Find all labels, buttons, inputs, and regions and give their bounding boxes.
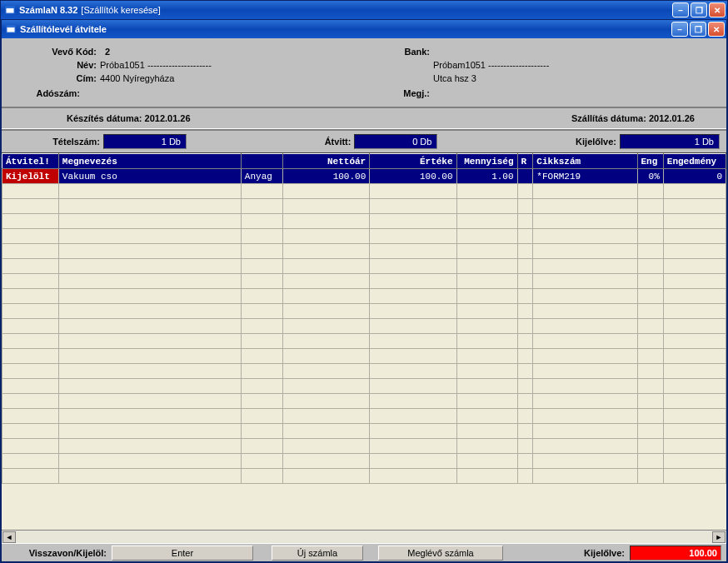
cell-tipus[interactable]: Anyag <box>241 169 282 184</box>
cell-erteke[interactable]: 100.00 <box>370 169 456 184</box>
empty-cell[interactable] <box>517 214 533 229</box>
empty-cell[interactable] <box>517 454 533 469</box>
empty-cell[interactable] <box>58 424 241 439</box>
empty-cell[interactable] <box>370 304 456 319</box>
empty-cell[interactable] <box>2 259 59 274</box>
empty-cell[interactable] <box>2 409 59 424</box>
empty-cell[interactable] <box>58 469 241 484</box>
empty-cell[interactable] <box>2 424 59 439</box>
col-erteke[interactable]: Értéke <box>370 154 456 169</box>
empty-cell[interactable] <box>241 259 282 274</box>
uj-szamla-button[interactable]: Új számla <box>272 546 363 561</box>
empty-cell[interactable] <box>282 454 369 469</box>
table-row[interactable] <box>2 199 726 214</box>
table-row[interactable]: KijelöltVakuum csoAnyag100.00100.001.00*… <box>2 169 726 184</box>
empty-cell[interactable] <box>517 289 533 304</box>
empty-cell[interactable] <box>2 229 59 244</box>
col-r[interactable]: R <box>517 154 533 169</box>
empty-cell[interactable] <box>517 424 533 439</box>
empty-cell[interactable] <box>241 319 282 334</box>
empty-cell[interactable] <box>637 439 663 454</box>
empty-cell[interactable] <box>663 259 726 274</box>
empty-cell[interactable] <box>533 454 637 469</box>
empty-cell[interactable] <box>456 364 517 379</box>
empty-cell[interactable] <box>663 379 726 394</box>
outer-restore-button[interactable]: ❐ <box>691 2 707 17</box>
col-tipus[interactable] <box>241 154 282 169</box>
empty-cell[interactable] <box>663 409 726 424</box>
table-row[interactable] <box>2 334 726 349</box>
empty-cell[interactable] <box>637 424 663 439</box>
empty-cell[interactable] <box>637 304 663 319</box>
empty-cell[interactable] <box>456 469 517 484</box>
empty-cell[interactable] <box>663 184 726 199</box>
inner-minimize-button[interactable]: – <box>671 22 688 37</box>
empty-cell[interactable] <box>637 364 663 379</box>
cell-cikkszam[interactable]: *FORM219 <box>533 169 637 184</box>
empty-cell[interactable] <box>456 424 517 439</box>
empty-cell[interactable] <box>533 319 637 334</box>
empty-cell[interactable] <box>456 454 517 469</box>
empty-cell[interactable] <box>637 409 663 424</box>
empty-cell[interactable] <box>533 394 637 409</box>
empty-cell[interactable] <box>58 379 241 394</box>
empty-cell[interactable] <box>456 349 517 364</box>
empty-cell[interactable] <box>370 394 456 409</box>
empty-cell[interactable] <box>241 439 282 454</box>
empty-cell[interactable] <box>663 469 726 484</box>
empty-cell[interactable] <box>456 334 517 349</box>
empty-cell[interactable] <box>533 379 637 394</box>
empty-cell[interactable] <box>637 334 663 349</box>
empty-cell[interactable] <box>282 229 369 244</box>
outer-close-button[interactable]: ✕ <box>709 2 726 17</box>
inner-close-button[interactable]: ✕ <box>708 22 725 37</box>
empty-cell[interactable] <box>282 469 369 484</box>
empty-cell[interactable] <box>533 349 637 364</box>
empty-cell[interactable] <box>456 394 517 409</box>
empty-cell[interactable] <box>637 274 663 289</box>
empty-cell[interactable] <box>241 349 282 364</box>
empty-cell[interactable] <box>282 349 369 364</box>
empty-cell[interactable] <box>282 304 369 319</box>
empty-cell[interactable] <box>637 184 663 199</box>
empty-cell[interactable] <box>370 349 456 364</box>
table-row[interactable] <box>2 229 726 244</box>
table-row[interactable] <box>2 349 726 364</box>
empty-cell[interactable] <box>58 289 241 304</box>
empty-cell[interactable] <box>282 394 369 409</box>
empty-cell[interactable] <box>637 229 663 244</box>
empty-cell[interactable] <box>517 199 533 214</box>
empty-cell[interactable] <box>58 199 241 214</box>
empty-cell[interactable] <box>533 334 637 349</box>
table-row[interactable] <box>2 304 726 319</box>
empty-cell[interactable] <box>663 349 726 364</box>
empty-cell[interactable] <box>517 439 533 454</box>
empty-cell[interactable] <box>58 439 241 454</box>
empty-cell[interactable] <box>282 334 369 349</box>
empty-cell[interactable] <box>370 379 456 394</box>
empty-cell[interactable] <box>370 454 456 469</box>
empty-cell[interactable] <box>241 229 282 244</box>
empty-cell[interactable] <box>663 364 726 379</box>
empty-cell[interactable] <box>663 424 726 439</box>
table-row[interactable] <box>2 469 726 484</box>
empty-cell[interactable] <box>2 214 59 229</box>
empty-cell[interactable] <box>517 244 533 259</box>
cell-r[interactable] <box>517 169 533 184</box>
empty-cell[interactable] <box>456 304 517 319</box>
empty-cell[interactable] <box>533 289 637 304</box>
empty-cell[interactable] <box>637 259 663 274</box>
empty-cell[interactable] <box>370 274 456 289</box>
empty-cell[interactable] <box>58 229 241 244</box>
table-row[interactable] <box>2 454 726 469</box>
empty-cell[interactable] <box>517 364 533 379</box>
cell-mennyiseg[interactable]: 1.00 <box>456 169 517 184</box>
empty-cell[interactable] <box>2 394 59 409</box>
empty-cell[interactable] <box>533 424 637 439</box>
empty-cell[interactable] <box>370 334 456 349</box>
table-row[interactable] <box>2 364 726 379</box>
empty-cell[interactable] <box>241 199 282 214</box>
empty-cell[interactable] <box>456 319 517 334</box>
empty-cell[interactable] <box>2 379 59 394</box>
empty-cell[interactable] <box>533 409 637 424</box>
